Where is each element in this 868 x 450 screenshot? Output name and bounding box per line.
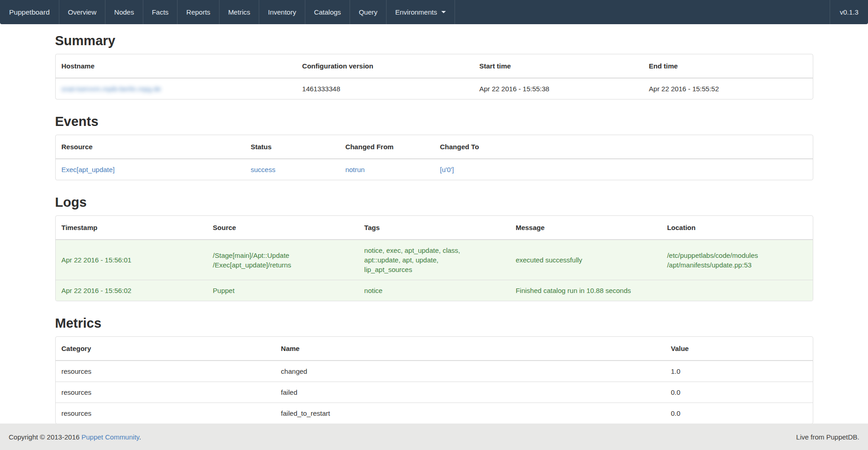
events-col-status: Status: [245, 135, 339, 159]
log-message: Finished catalog run in 10.88 seconds: [510, 280, 661, 301]
nav-item-catalogs[interactable]: Catalogs: [305, 0, 350, 24]
config-version-value: 1461333348: [296, 78, 473, 99]
metric-category: resources: [56, 403, 275, 424]
metric-category: resources: [56, 361, 275, 382]
hostname-link[interactable]: snat-tservvm.mpib-berlin.mpg.de: [62, 85, 161, 93]
version-badge: v0.1.3: [830, 0, 868, 24]
events-section-title: Events: [55, 114, 813, 129]
copyright-prefix: Copyright © 2013-2016: [9, 433, 82, 441]
events-col-resource: Resource: [56, 135, 245, 159]
logs-header-row: Timestamp Source Tags Message Location: [56, 216, 813, 240]
log-row: Apr 22 2016 - 15:56:02 Puppet notice Fin…: [56, 280, 813, 301]
log-source: Puppet: [207, 280, 358, 301]
logs-col-source: Source: [207, 216, 358, 240]
nav-item-query[interactable]: Query: [350, 0, 386, 24]
main-content: Summary Hostname Configuration version S…: [55, 33, 813, 424]
metric-category: resources: [56, 382, 275, 403]
metrics-header-row: Category Name Value: [56, 337, 813, 361]
metric-name: failed_to_restart: [275, 403, 665, 424]
summary-col-end-time: End time: [643, 54, 813, 78]
log-tags: notice: [358, 280, 510, 301]
puppet-community-link[interactable]: Puppet Community: [82, 433, 139, 441]
metric-value: 0.0: [665, 382, 813, 403]
log-source: /Stage[main]/Apt::Update /Exec[apt_updat…: [207, 240, 358, 280]
navbar-spacer: [455, 0, 830, 24]
metrics-col-name: Name: [275, 337, 665, 361]
metrics-col-value: Value: [665, 337, 813, 361]
summary-section-title: Summary: [55, 33, 813, 48]
summary-col-hostname: Hostname: [56, 54, 297, 78]
log-location: [661, 280, 813, 301]
log-timestamp: Apr 22 2016 - 15:56:02: [56, 280, 207, 301]
summary-header-row: Hostname Configuration version Start tim…: [56, 54, 813, 78]
event-status-link[interactable]: success: [251, 166, 275, 173]
metric-value: 1.0: [665, 361, 813, 382]
log-row: Apr 22 2016 - 15:56:01 /Stage[main]/Apt:…: [56, 240, 813, 280]
summary-col-config-version: Configuration version: [296, 54, 473, 78]
caret-down-icon: [441, 11, 446, 13]
copyright-text: Copyright © 2013-2016 Puppet Community.: [9, 433, 141, 441]
nav-item-facts[interactable]: Facts: [143, 0, 178, 24]
logs-col-timestamp: Timestamp: [56, 216, 207, 240]
events-col-changed-from: Changed From: [340, 135, 434, 159]
end-time-value: Apr 22 2016 - 15:55:52: [643, 78, 813, 99]
log-location: /etc/puppetlabs/code/modules /apt/manife…: [661, 240, 813, 280]
top-navbar: Puppetboard Overview Nodes Facts Reports…: [0, 0, 868, 24]
nav-item-reports[interactable]: Reports: [177, 0, 219, 24]
start-time-value: Apr 22 2016 - 15:55:38: [473, 78, 643, 99]
metric-row: resources failed 0.0: [56, 382, 813, 403]
events-header-row: Resource Status Changed From Changed To: [56, 135, 813, 159]
logs-section-title: Logs: [55, 195, 813, 209]
logs-col-location: Location: [661, 216, 813, 240]
event-row: Exec[apt_update] success notrun [u'0']: [56, 159, 813, 180]
metric-name: changed: [275, 361, 665, 382]
metrics-section-title: Metrics: [55, 316, 813, 330]
nav-item-nodes[interactable]: Nodes: [105, 0, 142, 24]
log-timestamp: Apr 22 2016 - 15:56:01: [56, 240, 207, 280]
metric-name: failed: [275, 382, 665, 403]
event-changed-from-link[interactable]: notrun: [345, 166, 365, 173]
events-col-changed-to: Changed To: [434, 135, 813, 159]
metrics-table: Category Name Value resources changed 1.…: [55, 336, 813, 424]
metric-row: resources changed 1.0: [56, 361, 813, 382]
metrics-col-category: Category: [56, 337, 275, 361]
metric-value: 0.0: [665, 403, 813, 424]
nav-item-overview[interactable]: Overview: [59, 0, 105, 24]
summary-col-start-time: Start time: [473, 54, 643, 78]
nav-item-metrics[interactable]: Metrics: [219, 0, 259, 24]
logs-table: Timestamp Source Tags Message Location A…: [55, 215, 813, 301]
event-changed-to-link[interactable]: [u'0']: [440, 166, 454, 173]
summary-row: snat-tservvm.mpib-berlin.mpg.de 14613333…: [56, 78, 813, 99]
logs-col-tags: Tags: [358, 216, 510, 240]
log-message: executed successfully: [510, 240, 661, 280]
logs-col-message: Message: [510, 216, 661, 240]
page-footer: Copyright © 2013-2016 Puppet Community. …: [0, 424, 868, 450]
environments-dropdown-label: Environments: [395, 8, 437, 16]
event-resource-link[interactable]: Exec[apt_update]: [62, 166, 115, 173]
nav-dropdown-environments[interactable]: Environments: [386, 0, 455, 24]
navbar-brand[interactable]: Puppetboard: [0, 0, 59, 24]
events-table: Resource Status Changed From Changed To …: [55, 135, 813, 180]
metric-row: resources failed_to_restart 0.0: [56, 403, 813, 424]
summary-table: Hostname Configuration version Start tim…: [55, 54, 813, 99]
puppetdb-status-text: Live from PuppetDB.: [796, 433, 859, 441]
nav-item-inventory[interactable]: Inventory: [259, 0, 305, 24]
log-tags: notice, exec, apt_update, class, apt::up…: [358, 240, 510, 280]
copyright-suffix: .: [139, 433, 141, 441]
